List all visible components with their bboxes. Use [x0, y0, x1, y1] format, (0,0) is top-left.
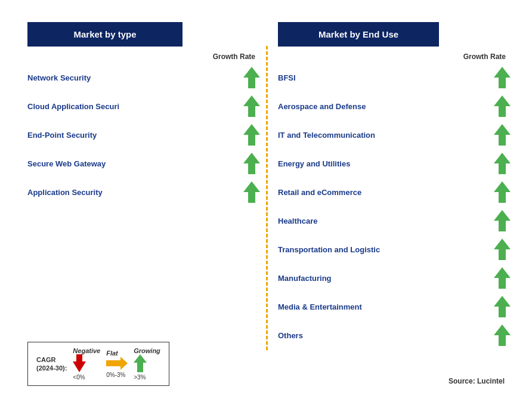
- list-item: Healthcare: [278, 206, 511, 235]
- arrow-up-icon: [243, 153, 260, 174]
- list-item: Others: [278, 321, 511, 350]
- left-panel-header: Market by type: [27, 22, 183, 47]
- item-label-endpoint: End-Point Security: [27, 131, 97, 140]
- arrow-up-icon: [243, 181, 260, 203]
- right-growth-rate-label: Growth Rate: [463, 52, 506, 61]
- svg-marker-4: [243, 181, 260, 203]
- svg-marker-10: [494, 124, 511, 146]
- arrow-up-icon: [494, 324, 511, 346]
- list-item: Cloud Application Securi: [27, 92, 260, 120]
- arrow-right-icon: [106, 357, 128, 370]
- arrow-up-icon: [494, 95, 511, 117]
- item-label-media: Media & Entertainment: [278, 302, 362, 311]
- item-label-energy: Energy and Utilities: [278, 159, 350, 168]
- svg-marker-1: [243, 95, 260, 117]
- svg-marker-16: [494, 296, 511, 317]
- arrow-up-icon: [243, 95, 260, 117]
- svg-marker-7: [134, 354, 147, 372]
- legend-growing: Growing >3%: [134, 347, 160, 381]
- list-item: IT and Telecommunication: [278, 120, 511, 149]
- item-label-transportation: Transportation and Logistic: [278, 245, 380, 254]
- svg-marker-12: [494, 181, 511, 203]
- item-label-others: Others: [278, 331, 303, 340]
- item-label-manufacturing: Manufacturing: [278, 274, 332, 283]
- svg-marker-6: [106, 357, 128, 370]
- list-item: Secure Web Gateway: [27, 149, 260, 178]
- right-panel: Market by End Use Growth Rate BFSI Aeros…: [266, 22, 516, 386]
- svg-marker-9: [494, 95, 511, 117]
- item-label-aerospace: Aerospace and Defense: [278, 102, 366, 111]
- list-item: Manufacturing: [278, 264, 511, 292]
- svg-marker-2: [243, 124, 260, 146]
- legend-negative: Negative <0%: [73, 347, 100, 381]
- list-item: End-Point Security: [27, 120, 260, 149]
- list-item: Retail and eCommerce: [278, 178, 511, 206]
- item-label-bfsi: BFSI: [278, 73, 296, 82]
- legend-flat: Flat 0%-3%: [106, 350, 128, 378]
- item-label-cloud-app: Cloud Application Securi: [27, 102, 119, 111]
- arrow-up-icon: [494, 267, 511, 289]
- svg-marker-14: [494, 239, 511, 260]
- arrow-up-icon: [494, 181, 511, 203]
- cagr-label: CAGR (2024-30):: [36, 356, 67, 372]
- list-item: Aerospace and Defense: [278, 92, 511, 120]
- arrow-up-icon: [243, 124, 260, 146]
- item-label-app-security: Application Security: [27, 188, 103, 197]
- chart-container: Market by type Growth Rate Network Secur…: [10, 10, 522, 398]
- left-growth-rate-label: Growth Rate: [213, 52, 255, 61]
- arrow-up-icon: [494, 67, 511, 88]
- arrow-up-icon-legend: [134, 354, 147, 372]
- arrow-up-icon: [243, 67, 260, 88]
- item-label-secure-web: Secure Web Gateway: [27, 159, 106, 168]
- list-item: Energy and Utilities: [278, 149, 511, 178]
- arrow-up-icon: [494, 239, 511, 260]
- legend-box: CAGR (2024-30): Negative <0% Flat: [27, 342, 169, 386]
- arrow-up-icon: [494, 153, 511, 174]
- left-panel: Market by type Growth Rate Network Secur…: [16, 22, 266, 386]
- arrow-up-icon: [494, 296, 511, 317]
- list-item: BFSI: [278, 63, 511, 92]
- svg-marker-15: [494, 267, 511, 289]
- svg-marker-13: [494, 210, 511, 231]
- source-label: Source: Lucintel: [449, 377, 505, 385]
- item-label-retail: Retail and eCommerce: [278, 188, 361, 197]
- right-panel-header: Market by End Use: [278, 22, 439, 47]
- svg-marker-5: [73, 354, 86, 372]
- list-item: Media & Entertainment: [278, 292, 511, 321]
- divider-line: [266, 46, 268, 350]
- svg-marker-3: [243, 153, 260, 174]
- svg-marker-17: [494, 324, 511, 346]
- svg-marker-11: [494, 153, 511, 174]
- list-item: Transportation and Logistic: [278, 235, 511, 264]
- svg-marker-8: [494, 67, 511, 88]
- item-label-network-security: Network Security: [27, 73, 91, 82]
- arrow-up-icon: [494, 124, 511, 146]
- item-label-it-telecom: IT and Telecommunication: [278, 131, 375, 140]
- list-item: Network Security: [27, 63, 260, 92]
- item-label-healthcare: Healthcare: [278, 217, 317, 225]
- list-item: Application Security: [27, 178, 260, 206]
- arrow-down-icon: [73, 354, 86, 372]
- svg-marker-0: [243, 67, 260, 88]
- arrow-up-icon: [494, 210, 511, 231]
